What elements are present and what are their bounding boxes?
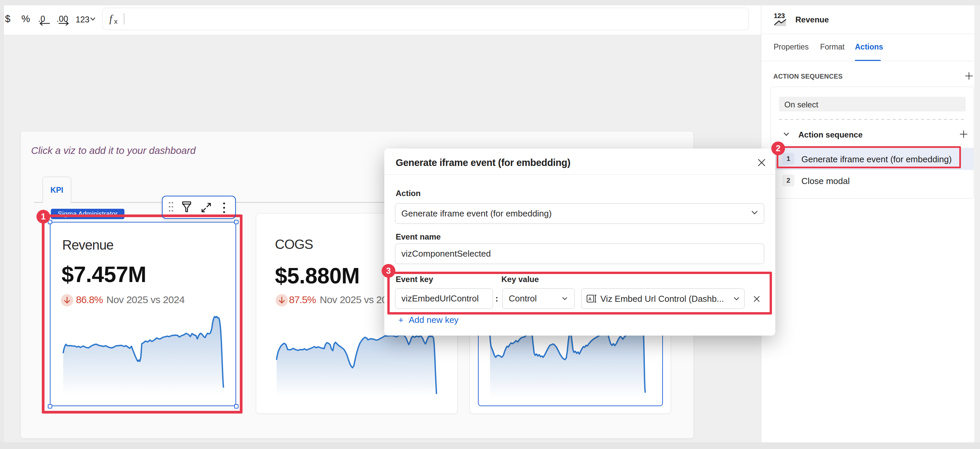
svg-text:123: 123: [774, 13, 785, 19]
